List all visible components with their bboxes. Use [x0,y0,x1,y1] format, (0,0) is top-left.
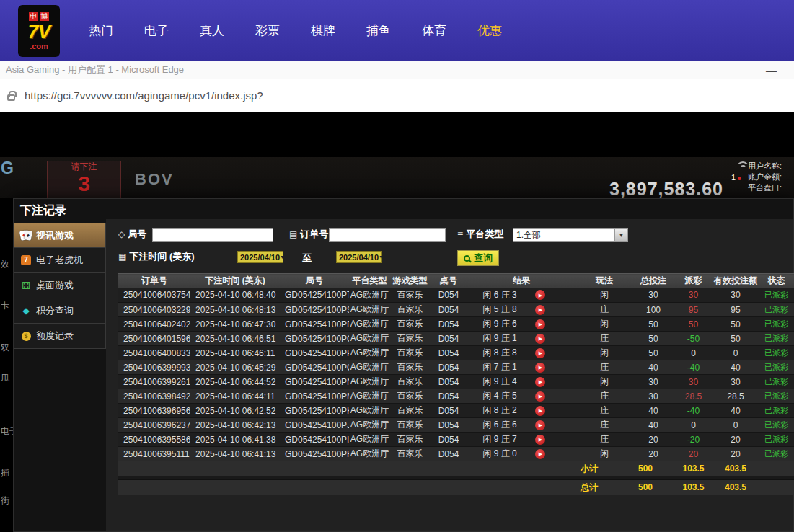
cell-bet-time: 2025-04-10 06:48:40 [190,288,280,303]
replay-button[interactable]: ▶ [535,319,545,329]
cell-payout: -40 [674,404,713,418]
cell-table-no: D054 [430,303,467,317]
cell-order-no: 250410063951115 [118,447,190,461]
sidebar-item-slots[interactable]: 电子老虎机 [14,248,106,273]
nav-item-lottery[interactable]: 彩票 [255,22,280,39]
bet-record-row: 2504100639926102025-04-10 06:44:52GD0542… [118,375,794,389]
result-text: 闲 8 庄 2 [482,405,516,415]
replay-button[interactable]: ▶ [535,334,545,344]
url-text[interactable]: https://gci.7vvvvvv.com/agingame/pcv1/in… [25,89,263,102]
subtotal-valid-bet: 403.5 [713,461,758,476]
calendar-icon [118,252,126,262]
logo-badges: 申 博 [29,12,49,21]
site-logo[interactable]: 申 博 7V .com [18,5,60,57]
cell-play-type: 庄 [575,418,633,433]
sidebar-item-credit-records[interactable]: 额度记录 [14,324,106,349]
nav-item-promotions[interactable]: 优惠 [477,22,502,39]
cell-valid-bet: 95 [713,303,758,317]
window-titlebar: Asia Gaming - 用户配置 1 - Microsoft Edge — [0,61,794,79]
replay-button[interactable]: ▶ [535,435,545,445]
round-no-label: 局号 [118,228,146,241]
replay-button[interactable]: ▶ [535,348,545,358]
cell-total-bet: 40 [633,360,674,375]
gem-icon [19,306,33,316]
countdown-number: 3 [48,172,120,195]
tag-icon [118,229,125,239]
replay-button[interactable]: ▶ [535,420,545,430]
replay-button[interactable]: ▶ [535,377,545,387]
result-text: 闲 8 庄 8 [482,347,516,358]
cell-order-no: 250410063999933 [118,360,190,375]
cell-payout: -40 [674,360,713,375]
sidebar-item-points-query[interactable]: 积分查询 [14,298,106,324]
round-no-input[interactable] [152,228,273,242]
replay-button[interactable]: ▶ [535,449,545,459]
sidebar-item-video-games[interactable]: 视讯游戏 [14,223,106,248]
filter-area: 局号 订单号 平台类型 1.全部 下注时间 (美东) 2025/0 [106,219,793,273]
bet-record-row: 2504100640159682025-04-10 06:46:51GD0542… [118,332,794,346]
play-icon: ▶ [539,322,542,327]
bet-records-panel: 下注记录 视讯游戏 电子老虎机 桌面游戏 积分查询 额度记录 局号 [13,198,794,532]
cell-round-no: GD054254100PI [280,433,349,447]
column-header: 总投注 [633,274,674,288]
cell-platform-type: AG欧洲厅 [349,447,390,461]
cell-platform-type: AG欧洲厅 [349,317,390,332]
cell-bet-time: 2025-04-10 06:47:30 [190,317,280,332]
replay-button[interactable]: ▶ [535,290,545,300]
nav-item-chess[interactable]: 棋牌 [311,22,335,39]
logo-suffix: .com [30,43,48,50]
cell-total-bet: 30 [633,288,674,303]
subtotal-row: 小计 500 103.5 403.5 [118,461,794,476]
cell-valid-bet: 20 [713,433,758,447]
cell-play-type: 庄 [575,303,633,317]
chevron-down-icon[interactable] [614,229,627,241]
nav-item-live[interactable]: 真人 [200,22,224,39]
order-no-label: 订单号 [289,228,328,241]
platform-type-value: 1.全部 [513,229,614,241]
column-header: 结果 [467,274,575,288]
cell-platform-type: AG欧洲厅 [349,375,390,389]
cell-round-no: GD054254100PS [280,303,349,317]
replay-button[interactable]: ▶ [535,406,545,416]
chevron-down-icon [379,254,384,260]
replay-button[interactable]: ▶ [535,305,545,315]
column-header: 平台类型 [349,274,390,288]
cell-platform-type: AG欧洲厅 [349,332,390,346]
nav-item-electronic[interactable]: 电子 [144,22,169,39]
nav-item-sports[interactable]: 体育 [422,22,446,39]
search-button[interactable]: 查询 [457,250,499,266]
bet-record-row: 2504100639849272025-04-10 06:44:11GD0542… [118,389,794,404]
play-icon: ▶ [539,336,542,341]
cell-bet-time: 2025-04-10 06:46:11 [190,346,280,360]
address-bar[interactable]: https://gci.7vvvvvv.com/agingame/pcv1/in… [0,79,794,112]
cell-bet-time: 2025-04-10 06:44:52 [190,375,280,389]
cell-payout: 20 [674,447,713,461]
play-icon: ▶ [539,451,542,456]
play-icon: ▶ [539,365,542,370]
cell-game-type: 百家乐 [390,332,430,346]
nav-item-fishing[interactable]: 捕鱼 [366,22,391,39]
cell-game-type: 百家乐 [390,317,430,332]
bet-record-row: 2504100639695682025-04-10 06:42:52GD0542… [118,404,794,418]
platform-type-select[interactable]: 1.全部 [513,228,628,242]
total-total-bet: 500 [633,480,674,495]
cell-bet-time: 2025-04-10 06:42:13 [190,418,280,433]
replay-button[interactable]: ▶ [535,391,545,402]
replay-button[interactable]: ▶ [535,363,545,373]
date-from-picker[interactable]: 2025/04/10 [237,251,283,263]
cell-platform-type: AG欧洲厅 [349,404,390,418]
cell-table-no: D054 [430,360,467,375]
cell-valid-bet: 50 [713,317,758,332]
cell-order-no: 250410063962378 [118,418,190,433]
date-to-picker[interactable]: 2025/04/10 [336,251,382,263]
cell-game-type: 百家乐 [390,389,430,404]
cell-payout: 0 [674,418,713,433]
cell-bet-time: 2025-04-10 06:41:13 [190,447,280,461]
sidebar-item-table-games[interactable]: 桌面游戏 [14,273,106,298]
play-icon: ▶ [539,437,542,442]
nav-item-hot[interactable]: 热门 [89,22,113,39]
date-to-value: 2025/04/10 [339,253,379,262]
total-payout: 103.5 [674,480,713,495]
minimize-button[interactable]: — [766,64,777,76]
order-no-input[interactable] [329,228,446,242]
